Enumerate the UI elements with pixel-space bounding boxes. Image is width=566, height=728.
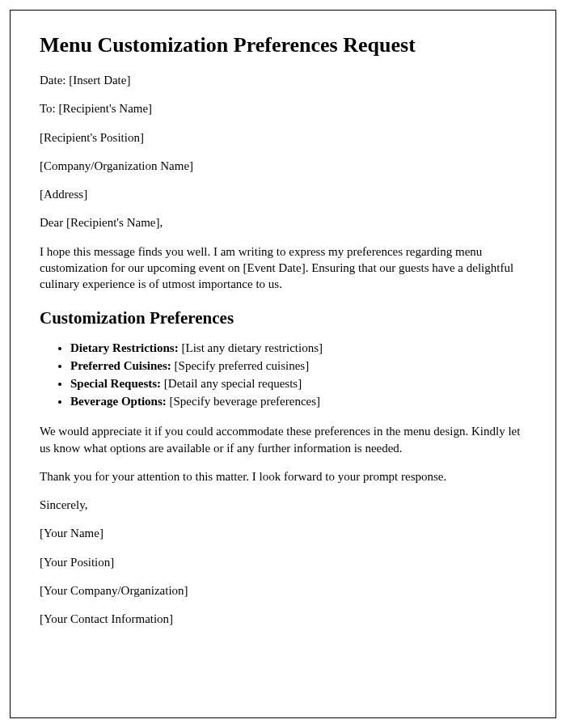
recipient-company: [Company/Organization Name] bbox=[40, 158, 526, 174]
pref-value: [Specify preferred cuisines] bbox=[171, 359, 309, 372]
pref-label: Preferred Cuisines: bbox=[70, 359, 171, 372]
to-line: To: [Recipient's Name] bbox=[40, 100, 526, 116]
body-paragraph-2: We would appreciate it if you could acco… bbox=[40, 423, 526, 456]
salutation: Dear [Recipient's Name], bbox=[40, 214, 526, 231]
pref-label: Dietary Restrictions: bbox=[70, 341, 179, 354]
pref-label: Beverage Options: bbox=[70, 395, 167, 408]
date-line: Date: [Insert Date] bbox=[40, 72, 526, 88]
signature-company: [Your Company/Organization] bbox=[40, 582, 526, 599]
intro-paragraph: I hope this message finds you well. I am… bbox=[40, 243, 526, 293]
list-item: Preferred Cuisines: [Specify preferred c… bbox=[70, 358, 526, 375]
list-item: Dietary Restrictions: [List any dietary … bbox=[70, 340, 526, 358]
document-title: Menu Customization Preferences Request bbox=[40, 33, 526, 57]
signature-name: [Your Name] bbox=[40, 525, 526, 541]
pref-value: [Specify beverage preferences] bbox=[167, 395, 320, 408]
signature-position: [Your Position] bbox=[40, 554, 526, 570]
closing: Sincerely, bbox=[40, 497, 526, 513]
body-paragraph-3: Thank you for your attention to this mat… bbox=[40, 468, 526, 485]
pref-label: Special Requests: bbox=[70, 377, 161, 390]
list-item: Beverage Options: [Specify beverage pref… bbox=[70, 393, 526, 411]
signature-contact: [Your Contact Information] bbox=[40, 611, 526, 627]
pref-value: [Detail any special requests] bbox=[161, 377, 302, 390]
recipient-address: [Address] bbox=[40, 186, 526, 202]
preferences-list: Dietary Restrictions: [List any dietary … bbox=[70, 340, 526, 410]
section-heading: Customization Preferences bbox=[40, 308, 526, 328]
list-item: Special Requests: [Detail any special re… bbox=[70, 375, 526, 393]
recipient-position: [Recipient's Position] bbox=[40, 129, 526, 146]
pref-value: [List any dietary restrictions] bbox=[179, 341, 323, 354]
document-container: Menu Customization Preferences Request D… bbox=[10, 10, 556, 718]
